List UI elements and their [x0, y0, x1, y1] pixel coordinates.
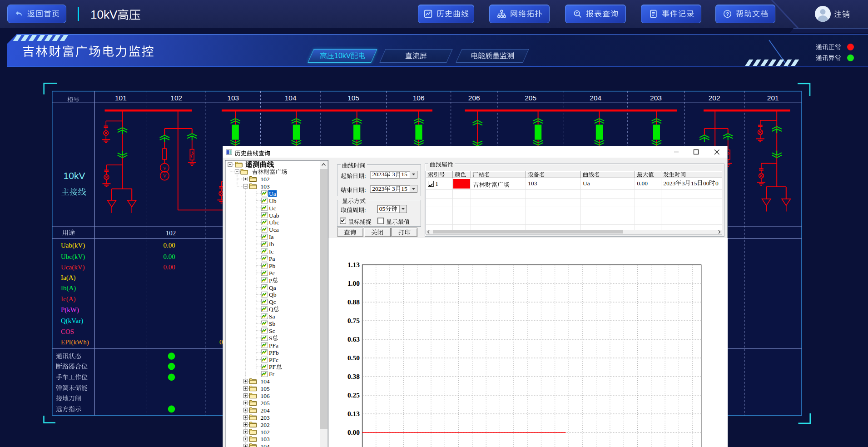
- svg-text:EPI(kWh): EPI(kWh): [61, 338, 89, 346]
- svg-text:0.00: 0.00: [163, 263, 175, 271]
- svg-text:102: 102: [261, 176, 270, 183]
- svg-text:0.13: 0.13: [347, 410, 360, 417]
- svg-text:1.13: 1.13: [347, 261, 360, 268]
- svg-text:Uab: Uab: [269, 212, 279, 219]
- svg-text:Uc: Uc: [269, 204, 276, 211]
- svg-text:Ubc(kV): Ubc(kV): [61, 253, 85, 261]
- svg-text:Ubc: Ubc: [269, 219, 279, 226]
- svg-text:Uca: Uca: [269, 226, 279, 233]
- svg-text:Ia: Ia: [269, 233, 274, 240]
- svg-text:10kV: 10kV: [64, 170, 85, 181]
- svg-text:0.25: 0.25: [347, 391, 360, 399]
- svg-text:202: 202: [261, 421, 270, 428]
- svg-text:0.63: 0.63: [347, 335, 360, 343]
- svg-text:204: 204: [590, 94, 601, 102]
- svg-text:Sc: Sc: [269, 327, 275, 334]
- svg-text:203: 203: [650, 94, 662, 102]
- svg-text:Fr: Fr: [269, 371, 275, 377]
- svg-text:0.00: 0.00: [347, 428, 360, 436]
- svg-text:0.00: 0.00: [163, 242, 175, 249]
- svg-text:204: 204: [261, 407, 270, 413]
- svg-text:1.00: 1.00: [347, 279, 360, 287]
- svg-text:Ua: Ua: [269, 190, 276, 197]
- svg-text:104: 104: [261, 378, 270, 385]
- svg-text:205: 205: [525, 94, 536, 102]
- svg-text:0.00: 0.00: [163, 253, 175, 260]
- svg-text:PFc: PFc: [269, 356, 278, 363]
- svg-text:103: 103: [261, 183, 270, 189]
- svg-text:P(kW): P(kW): [61, 306, 79, 314]
- svg-text:PF: PF: [269, 363, 276, 370]
- svg-text:106: 106: [261, 392, 270, 399]
- svg-text:PFb: PFb: [269, 349, 279, 356]
- svg-text:Qb: Qb: [269, 291, 277, 298]
- svg-text:105: 105: [347, 94, 359, 102]
- svg-text:Ib(A): Ib(A): [61, 284, 76, 292]
- svg-text:COS: COS: [61, 328, 74, 335]
- svg-text:PFa: PFa: [269, 342, 278, 348]
- svg-text:Pa: Pa: [269, 255, 275, 262]
- svg-text:Uab(kV): Uab(kV): [61, 242, 85, 249]
- svg-text:V: V: [163, 165, 166, 171]
- svg-text:103: 103: [227, 94, 239, 102]
- svg-text:203: 203: [261, 414, 270, 421]
- svg-text:101: 101: [115, 94, 127, 102]
- svg-text:Ic(A): Ic(A): [61, 295, 75, 303]
- svg-text:Uca(kV): Uca(kV): [61, 263, 84, 271]
- svg-text:103: 103: [261, 436, 270, 442]
- svg-text:Ia(A): Ia(A): [61, 274, 75, 282]
- svg-text:Q(kVar): Q(kVar): [61, 317, 83, 325]
- svg-text:Pb: Pb: [269, 262, 276, 269]
- svg-text:205: 205: [261, 399, 270, 406]
- svg-text:?: ?: [726, 11, 729, 17]
- svg-text:106: 106: [413, 94, 425, 102]
- svg-text:105: 105: [261, 385, 270, 392]
- svg-text:102: 102: [261, 428, 270, 435]
- svg-text:202: 202: [709, 94, 720, 102]
- svg-text:Pc: Pc: [269, 269, 275, 276]
- svg-text:102: 102: [170, 94, 182, 102]
- svg-text:Ic: Ic: [269, 248, 274, 255]
- svg-text:206: 206: [468, 94, 480, 102]
- svg-text:Sa: Sa: [269, 313, 275, 320]
- svg-text:0.38: 0.38: [347, 372, 360, 380]
- svg-text:0.75: 0.75: [347, 317, 360, 324]
- svg-text:201: 201: [767, 94, 779, 102]
- svg-text:Qc: Qc: [269, 298, 276, 305]
- svg-text:104: 104: [261, 443, 270, 447]
- svg-text:Qa: Qa: [269, 284, 276, 291]
- svg-text:104: 104: [285, 94, 297, 102]
- svg-text:Ib: Ib: [269, 241, 274, 248]
- svg-text:S: S: [269, 334, 273, 341]
- svg-text:Sb: Sb: [269, 320, 276, 327]
- svg-text:0.50: 0.50: [347, 354, 360, 362]
- svg-text:Q: Q: [269, 306, 273, 313]
- svg-text:Ub: Ub: [269, 197, 277, 204]
- svg-text:0.88: 0.88: [347, 298, 360, 306]
- svg-text:102: 102: [166, 229, 176, 237]
- svg-text:V: V: [163, 173, 166, 179]
- svg-text:P: P: [269, 277, 273, 283]
